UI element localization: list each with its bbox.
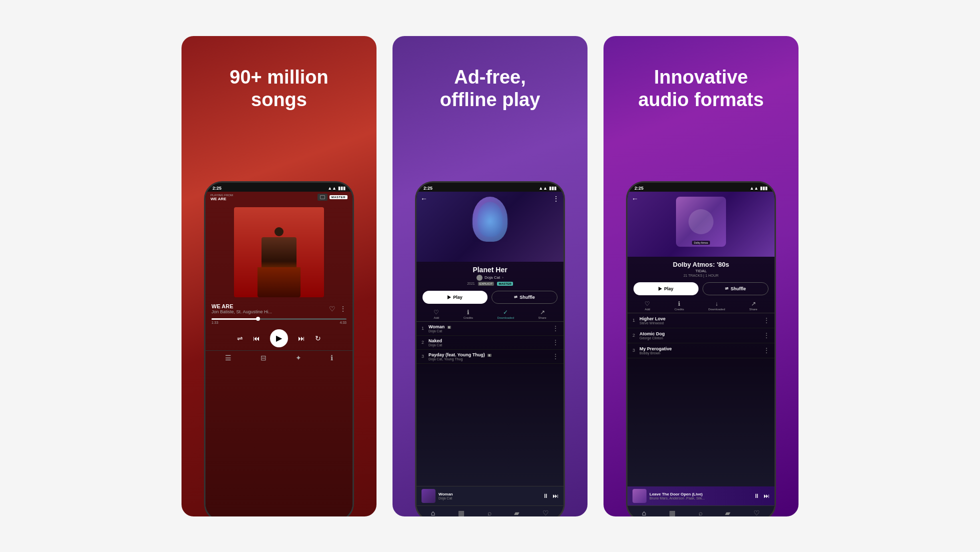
downloaded-icon-3: ↓ [715, 300, 718, 307]
np-next-btn[interactable]: ⏭ [552, 492, 558, 499]
progress-times: 1:33 4:33 [212, 321, 346, 324]
nav3-charts[interactable]: ▰ [725, 509, 730, 516]
np-info-3: Leave The Door Open (Live) Bruno Mars, A… [646, 492, 754, 500]
credits-icon-3: ℹ [678, 300, 680, 307]
more-btn-2[interactable]: ⋮ [552, 195, 560, 203]
card-songs: 90+ million songs 2:25 ▲▲ ▮▮▮ PLAYING FR… [182, 36, 376, 516]
status-bar-2: 2:25 ▲▲ ▮▮▮ [416, 183, 564, 192]
track-more-3[interactable]: ⋮ [552, 353, 558, 360]
heart-icon[interactable]: ♡ [329, 305, 336, 313]
track-info-2: Naked Doja Cat [428, 338, 552, 347]
play-btn[interactable]: ▶ [270, 329, 288, 347]
np-thumb-2 [422, 489, 436, 503]
track3-more-2[interactable]: ⋮ [764, 332, 770, 339]
np-artist-3: Bruno Mars, Anderson .Paak, Silk... [650, 496, 750, 500]
np3-next-btn[interactable]: ⏭ [764, 492, 770, 499]
info-icon[interactable]: ℹ [330, 354, 333, 362]
progress-bar[interactable] [212, 318, 346, 320]
album-name-2: Planet Her [422, 266, 558, 274]
status-bar-3: 2:25 ▲▲ ▮▮▮ [628, 183, 774, 192]
nav3-home[interactable]: ⌂ [642, 509, 646, 516]
np-pause-btn[interactable]: ⏸ [542, 492, 548, 499]
track3-3: 3 My Prerogative Bobby Brown ⋮ [628, 343, 774, 358]
track-artist-3: Doja Cat, Young Thug [428, 357, 552, 361]
phone2: 2:25 ▲▲ ▮▮▮ ← ⋮ [415, 181, 565, 516]
phone1-bottom-bar: ☰ ⊟ ✦ ℹ [206, 350, 352, 365]
more-icon[interactable]: ⋮ [340, 305, 346, 313]
artist-row-2: Doja Cat › [422, 275, 558, 281]
nav3-videos[interactable]: ▦ [669, 509, 676, 516]
action-share-3[interactable]: ↗ Share [750, 300, 758, 311]
repeat-btn[interactable]: ↻ [315, 334, 321, 342]
nav3-search[interactable]: ⌕ [698, 509, 702, 516]
back-btn-2[interactable]: ← [420, 195, 428, 203]
back-btn-3[interactable]: ← [632, 195, 638, 203]
track3-more-1[interactable]: ⋮ [764, 317, 770, 324]
status-icons-3: ▲▲ ▮▮▮ [750, 186, 768, 191]
play-icon-2 [448, 295, 451, 299]
track3-name-2: Atomic Dog [640, 331, 764, 336]
track3-info-1: Higher Love Steve Winwood [640, 316, 764, 325]
phone1-frame: 2:25 ▲▲ ▮▮▮ PLAYING FROM WE ARE [204, 181, 354, 516]
track-more-2[interactable]: ⋮ [552, 339, 558, 346]
audio-title-line2: audio formats [638, 89, 764, 110]
nav-charts[interactable]: ▰ [514, 509, 520, 516]
wifi-icon-2: ▲▲ [538, 186, 548, 191]
nav-favorites[interactable]: ♡ [542, 509, 549, 516]
effects-icon[interactable]: ✦ [296, 354, 302, 362]
phone3-content: ← Dolby Atmos Dolby Atmos: '80s [628, 192, 774, 516]
nav-home[interactable]: ⌂ [431, 509, 435, 516]
track3-2: 2 Atomic Dog George Clinton ⋮ [628, 328, 774, 343]
artist-name-2[interactable]: Doja Cat [484, 275, 500, 280]
action-downloaded-3[interactable]: ↓ Downloaded [708, 300, 725, 311]
share-icon: ↗ [540, 309, 545, 316]
now-playing-bar-2: Woman Doja Cat ⏸ ⏭ [416, 486, 564, 505]
action-share[interactable]: ↗ Share [538, 309, 546, 319]
song-details: WE ARE Jon Batiste, St. Augustine Hi... [212, 303, 272, 314]
track-more-1[interactable]: ⋮ [552, 325, 558, 332]
action-credits[interactable]: ℹ Credits [464, 309, 473, 319]
track-1: 1 Woman E Doja Cat ⋮ [416, 322, 564, 336]
nav-search[interactable]: ⌕ [488, 509, 492, 516]
shuffle-button-2[interactable]: ⇌ Shuffle [492, 291, 558, 304]
track-artist-2: Doja Cat [428, 343, 552, 347]
phone2-frame: 2:25 ▲▲ ▮▮▮ ← ⋮ [415, 181, 565, 516]
action-add-3[interactable]: ♡ Add [644, 300, 650, 311]
prev-btn[interactable]: ⏮ [253, 334, 260, 342]
phone1-content: PLAYING FROM WE ARE MASTER [206, 192, 352, 516]
track3-artist-3: Bobby Brown [640, 351, 764, 355]
action-credits-3[interactable]: ℹ Credits [674, 300, 684, 311]
phone1-top-bar: PLAYING FROM WE ARE MASTER [206, 192, 352, 203]
song-info: WE ARE Jon Batiste, St. Augustine Hi... … [206, 301, 352, 316]
queue-icon[interactable]: ☰ [225, 354, 232, 362]
shuffle-btn[interactable]: ⇌ [237, 334, 243, 342]
action-add[interactable]: ♡ Add [434, 309, 439, 319]
cast-icon[interactable]: ⊟ [260, 354, 266, 362]
track-num-3: 3 [422, 354, 428, 359]
shuffle-icon-2: ⇌ [514, 295, 518, 299]
total-time: 4:33 [340, 321, 346, 324]
track3-name-1: Higher Love [640, 316, 764, 321]
nav-videos[interactable]: ▦ [458, 509, 464, 516]
elapsed-time: 1:33 [212, 321, 218, 324]
play-button-2[interactable]: Play [422, 291, 488, 304]
next-btn[interactable]: ⏭ [298, 334, 305, 342]
status-icons-2: ▲▲ ▮▮▮ [538, 186, 556, 191]
wifi-icon-3: ▲▲ [750, 186, 758, 191]
card-audio-title: Innovative audio formats [623, 66, 778, 112]
track3-name-3: My Prerogative [640, 346, 764, 351]
shuffle-button-3[interactable]: ⇌ Shuffle [702, 282, 768, 295]
play-button-3[interactable]: Play [634, 282, 698, 295]
album-art-1 [234, 207, 324, 297]
nav3-favorites[interactable]: ♡ [754, 509, 760, 516]
action-downloaded[interactable]: ✓ Downloaded [498, 309, 514, 319]
art-circle [688, 209, 714, 234]
np-controls-2: ⏸ ⏭ [542, 492, 558, 499]
np3-pause-btn[interactable]: ⏸ [754, 492, 760, 499]
share-icon-3: ↗ [751, 300, 756, 307]
hero-figure [472, 197, 508, 242]
time-2: 2:25 [424, 186, 432, 191]
track3-more-3[interactable]: ⋮ [764, 347, 770, 354]
track-num-2: 2 [422, 340, 428, 345]
track-name-3: Payday (feat. Young Thug) [428, 352, 485, 357]
